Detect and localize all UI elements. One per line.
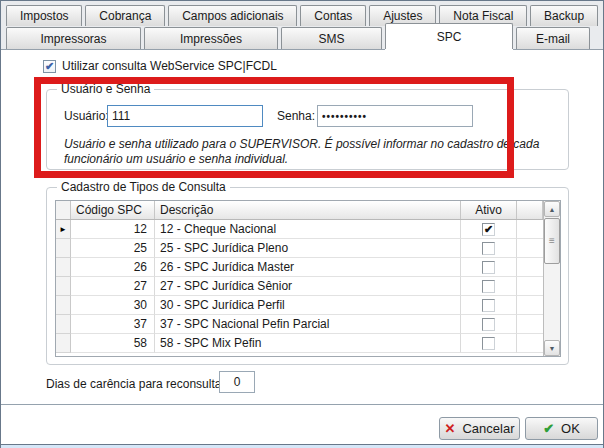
tab-email[interactable]: E-mail: [516, 27, 590, 49]
row-filler: [517, 258, 543, 277]
header-filler: [517, 201, 543, 219]
scrollbar-thumb[interactable]: ≡: [544, 218, 560, 264]
supervisor-note-line2: funcionário um usuário e senha individua…: [64, 152, 544, 167]
codigo-cell[interactable]: 30: [71, 296, 155, 315]
ativo-cell: [461, 334, 517, 353]
header-descricao[interactable]: Descrição: [155, 201, 461, 219]
codigo-cell[interactable]: 58: [71, 334, 155, 353]
ativo-cell: [461, 277, 517, 296]
tab-impressoes[interactable]: Impressões: [144, 27, 278, 49]
ok-check-icon: ✔: [543, 421, 554, 436]
button-bar: ✕ Cancelar ✔ OK: [1, 404, 603, 444]
tab-contas[interactable]: Contas: [300, 5, 366, 26]
ativo-cell: [461, 258, 517, 277]
table-row[interactable]: 26 26 - SPC Jurídica Master: [56, 258, 543, 277]
table-row[interactable]: 58 58 - SPC Mix Pefin: [56, 334, 543, 353]
row-selector-cell[interactable]: [56, 258, 71, 277]
ativo-checkbox[interactable]: [482, 261, 495, 274]
ok-button-label: OK: [561, 421, 580, 436]
tab-spc[interactable]: SPC: [385, 23, 513, 49]
supervisor-note: Usuário e senha utilizado para o SUPERVI…: [64, 137, 544, 167]
ativo-checkbox[interactable]: [482, 280, 495, 293]
consulta-types-table: Código SPC Descrição Ativo ► 12 12 - Che…: [55, 200, 561, 357]
tab-sms[interactable]: SMS: [281, 27, 382, 49]
carencia-input[interactable]: [219, 371, 255, 393]
tab-strip: Impostos Cobrança Campos adicionais Cont…: [1, 1, 603, 49]
user-input[interactable]: [107, 105, 263, 127]
scroll-down-icon[interactable]: ▼: [544, 340, 560, 356]
carencia-label: Dias de carência para reconsulta:: [46, 377, 225, 391]
table-row[interactable]: 30 30 - SPC Jurídica Perfil: [56, 296, 543, 315]
ativo-cell: ✔: [461, 220, 517, 239]
row-filler: [517, 334, 543, 353]
tab-row-2: Impressoras Impressões SMS SPC E-mail: [1, 27, 603, 49]
user-password-group-title: Usuário e Senha: [57, 82, 154, 96]
password-label: Senha:: [277, 109, 315, 123]
codigo-cell[interactable]: 12: [71, 220, 155, 239]
table-grid: Código SPC Descrição Ativo ► 12 12 - Che…: [56, 201, 543, 356]
user-label: Usuário:: [64, 109, 109, 123]
scroll-up-icon[interactable]: ▲: [544, 201, 560, 217]
window-bottom-edge: [1, 444, 603, 448]
spc-tab-page: ✔ Utilizar consulta WebService SPC|FCDL …: [1, 49, 603, 404]
table-row[interactable]: 25 25 - SPC Jurídica Pleno: [56, 239, 543, 258]
row-selector-cell[interactable]: ►: [56, 220, 71, 239]
header-row-selector: [56, 201, 71, 219]
row-selector-cell[interactable]: [56, 239, 71, 258]
ativo-checkbox[interactable]: [482, 242, 495, 255]
row-selector-cell[interactable]: [56, 315, 71, 334]
tab-campos-adicionais[interactable]: Campos adicionais: [168, 5, 297, 26]
user-password-group: Usuário e Senha Usuário: Senha: Usuário …: [46, 89, 569, 170]
table-vertical-scrollbar[interactable]: ▲ ≡ ▼: [543, 201, 560, 356]
row-filler: [517, 239, 543, 258]
row-selector-cell[interactable]: [56, 334, 71, 353]
table-header-row: Código SPC Descrição Ativo: [56, 201, 543, 220]
cancel-x-icon: ✕: [445, 421, 456, 436]
ativo-cell: [461, 239, 517, 258]
ativo-checkbox[interactable]: [482, 318, 495, 331]
cancel-button-label: Cancelar: [462, 421, 514, 436]
tab-backup[interactable]: Backup: [530, 5, 598, 26]
row-filler: [517, 277, 543, 296]
password-input[interactable]: [317, 105, 473, 127]
tab-cobranca[interactable]: Cobrança: [85, 5, 165, 26]
row-selector-cell[interactable]: [56, 277, 71, 296]
header-codigo-spc[interactable]: Código SPC: [71, 201, 155, 219]
descricao-cell[interactable]: 25 - SPC Jurídica Pleno: [155, 239, 461, 258]
table-row[interactable]: 27 27 - SPC Jurídica Sênior: [56, 277, 543, 296]
webservice-checkbox-label: Utilizar consulta WebService SPC|FCDL: [62, 59, 277, 73]
descricao-cell[interactable]: 26 - SPC Jurídica Master: [155, 258, 461, 277]
descricao-cell[interactable]: 37 - SPC Nacional Pefin Parcial: [155, 315, 461, 334]
row-filler: [517, 220, 543, 239]
codigo-cell[interactable]: 37: [71, 315, 155, 334]
descricao-cell[interactable]: 58 - SPC Mix Pefin: [155, 334, 461, 353]
tab-impressoras[interactable]: Impressoras: [6, 27, 141, 49]
row-selector-cell[interactable]: [56, 296, 71, 315]
tab-row-1: Impostos Cobrança Campos adicionais Cont…: [1, 5, 603, 26]
ok-button[interactable]: ✔ OK: [525, 417, 598, 440]
ativo-checkbox[interactable]: [482, 337, 495, 350]
descricao-cell[interactable]: 12 - Cheque Nacional: [155, 220, 461, 239]
table-row[interactable]: 37 37 - SPC Nacional Pefin Parcial: [56, 315, 543, 334]
row-filler: [517, 315, 543, 334]
cancel-button[interactable]: ✕ Cancelar: [439, 417, 520, 440]
table-row[interactable]: ► 12 12 - Cheque Nacional ✔: [56, 220, 543, 239]
spc-settings-window: Impostos Cobrança Campos adicionais Cont…: [0, 0, 604, 448]
header-ativo[interactable]: Ativo: [461, 201, 517, 219]
consulta-types-group: Cadastro de Tipos de Consulta Código SPC…: [46, 187, 569, 365]
ativo-checkbox[interactable]: ✔: [482, 223, 495, 236]
ativo-checkbox[interactable]: [482, 299, 495, 312]
codigo-cell[interactable]: 27: [71, 277, 155, 296]
row-filler: [517, 296, 543, 315]
codigo-cell[interactable]: 25: [71, 239, 155, 258]
tab-impostos[interactable]: Impostos: [6, 5, 82, 26]
ativo-cell: [461, 296, 517, 315]
descricao-cell[interactable]: 27 - SPC Jurídica Sênior: [155, 277, 461, 296]
ativo-cell: [461, 315, 517, 334]
consulta-types-group-title: Cadastro de Tipos de Consulta: [57, 180, 230, 194]
webservice-checkbox[interactable]: ✔: [43, 60, 56, 73]
table-body: ► 12 12 - Cheque Nacional ✔ 25 25 - SPC …: [56, 220, 543, 353]
codigo-cell[interactable]: 26: [71, 258, 155, 277]
webservice-checkbox-row: ✔ Utilizar consulta WebService SPC|FCDL: [43, 59, 277, 73]
descricao-cell[interactable]: 30 - SPC Jurídica Perfil: [155, 296, 461, 315]
